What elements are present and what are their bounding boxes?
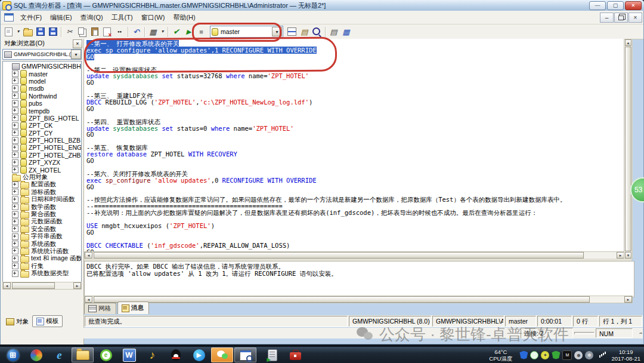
undo-button[interactable] [130,26,143,38]
tree-item[interactable]: ZX_HOTEL [3,166,81,173]
connection-properties-button[interactable] [327,26,340,38]
taskbar-item-pinwheel-app[interactable] [25,347,47,362]
tree-item[interactable]: 聚合函数 [3,211,81,218]
tree-item[interactable]: ZPT_HOTEL_ZHB [3,152,81,159]
menu-item[interactable]: 编辑(E) [46,11,76,24]
menu-item[interactable]: 窗口(W) [137,11,169,24]
tree-item[interactable]: 公用对象 [3,174,81,181]
network-signal-icon[interactable] [596,351,604,359]
taskbar-item-internet-explorer[interactable]: e [48,347,70,362]
cut-button[interactable] [63,26,76,38]
open-file-button[interactable] [21,26,34,38]
tree-item[interactable]: pubs [3,100,81,107]
tree-item[interactable]: Northwind [3,93,81,100]
expand-plus-icon[interactable] [12,219,18,225]
tree-item[interactable]: 元数据函数 [3,218,81,225]
expand-plus-icon[interactable] [12,204,18,210]
sidebar-tab-对象[interactable]: 对象 [2,316,32,327]
close-button[interactable]: × [625,1,642,10]
taskbar-item-wechat[interactable] [211,347,233,362]
taskbar-item-windows-explorer[interactable] [72,347,94,362]
scrollbar-thumb[interactable] [12,282,55,289]
tree-item[interactable]: 系统数据类型 [3,270,81,277]
taskbar-item-tencent-video[interactable]: ▶ [188,347,210,362]
expand-plus-icon[interactable] [12,182,18,188]
tree-item[interactable]: text 和 image 函数 [3,255,81,262]
tree-item[interactable]: 字符串函数 [3,233,81,240]
server-combobox[interactable]: GMWPNIGSICRHBHL.(GMW ▼ [2,49,82,60]
taskbar-item-qq[interactable] [165,347,187,362]
scroll-right-icon[interactable]: ► [73,282,81,289]
expand-plus-icon[interactable] [12,122,18,129]
defender-shield-icon[interactable] [519,351,528,359]
save-button[interactable] [34,26,47,38]
tree-item[interactable]: 系统统计函数 [3,248,81,255]
expand-plus-icon[interactable] [12,144,18,151]
show-grid-button[interactable] [340,26,352,38]
tree-item[interactable]: master [3,70,81,77]
sidebar-tab-模板[interactable]: 模板 [32,315,63,327]
taskbar-item-music-player[interactable]: ♪ [141,347,163,362]
tree-item[interactable]: ZPT_CK [3,122,81,129]
expand-plus-icon[interactable] [12,233,18,240]
tree-item[interactable]: 游标函数 [3,189,81,196]
scroll-left-icon[interactable]: ◄ [85,296,92,303]
taskbar-item-toolbox-app[interactable] [284,347,306,362]
menu-item[interactable]: 帮助(H) [169,11,199,24]
expand-plus-icon[interactable] [12,248,18,254]
taskbar-item-browser-360[interactable]: e [95,347,117,362]
object-browser-button[interactable] [298,26,311,38]
expand-plus-icon[interactable] [12,211,18,218]
scroll-up-icon[interactable]: ▲ [625,39,631,46]
mdi-restore-button[interactable] [614,13,628,23]
new-caret-button[interactable]: ▾ [15,26,21,38]
messages-pane[interactable]: DBCC 执行完毕。如果 DBCC 输出了错误信息，请与系统管理员联系。已将配置… [84,261,634,297]
expand-plus-icon[interactable] [12,241,18,247]
tree-item[interactable]: ZPT_BIG_HOTEL [3,115,81,122]
expand-plus-icon[interactable] [12,256,18,262]
scrollbar-thumb[interactable] [625,47,631,251]
minimize-button[interactable]: — [589,1,606,10]
antivirus-shield-icon[interactable] [552,351,560,359]
tree-item[interactable]: tempdb [3,107,81,114]
mdi-minimize-button[interactable]: – [600,13,614,23]
scroll-right-icon[interactable]: ► [624,296,632,303]
object-search-button[interactable] [311,26,323,38]
editor-vertical-scrollbar[interactable]: ▲ ▼ [624,39,633,259]
copy-button[interactable] [76,26,88,38]
database-combobox[interactable]: master ▼ [210,26,283,38]
tree-item[interactable]: ZPT_HOTEL_ENGLISH [3,144,81,151]
menu-item[interactable]: 查询(Q) [76,11,107,24]
expand-plus-icon[interactable] [12,107,18,114]
expand-plus-icon[interactable] [12,270,18,277]
chevron-down-icon[interactable]: ▼ [71,50,81,59]
expand-plus-icon[interactable] [12,100,18,107]
tree-item[interactable]: 安全函数 [3,226,81,233]
maximize-button[interactable]: ▢ [607,1,624,10]
expand-plus-icon[interactable] [12,152,18,158]
tree-item[interactable]: 行集 [3,263,81,270]
find-button[interactable] [113,26,126,38]
expand-plus-icon[interactable] [12,167,18,173]
tree-item[interactable]: ZPT_XYZX [3,159,81,166]
tree-item[interactable]: ZPT_CY [3,130,81,137]
sidebar-horizontal-scrollbar[interactable]: ◄ ► [2,282,82,290]
settings-tray-icon[interactable]: ✱ [585,351,593,359]
tree-item[interactable]: msdb [3,85,81,92]
expand-plus-icon[interactable] [12,137,18,144]
expand-plus-icon[interactable] [12,70,18,77]
menu-item[interactable]: 工具(T) [107,11,137,24]
chat-tray-icon[interactable] [530,351,538,359]
expand-plus-icon[interactable] [12,196,18,203]
scroll-left-icon[interactable]: ◄ [85,252,92,259]
expand-plus-icon[interactable] [12,115,18,121]
results-tab-网格[interactable]: 网格 [84,303,116,314]
tree-item[interactable]: 日期和时间函数 [3,196,81,203]
messages-horizontal-scrollbar[interactable]: ◄ ► [84,296,633,303]
expand-plus-icon[interactable] [12,130,18,136]
show-results-pane-button[interactable] [286,26,298,38]
tree-item[interactable]: model [3,78,81,85]
scroll-left-icon[interactable]: ◄ [3,282,11,289]
save-all-button[interactable] [47,26,59,38]
tree-item[interactable]: 配置函数 [3,181,81,188]
